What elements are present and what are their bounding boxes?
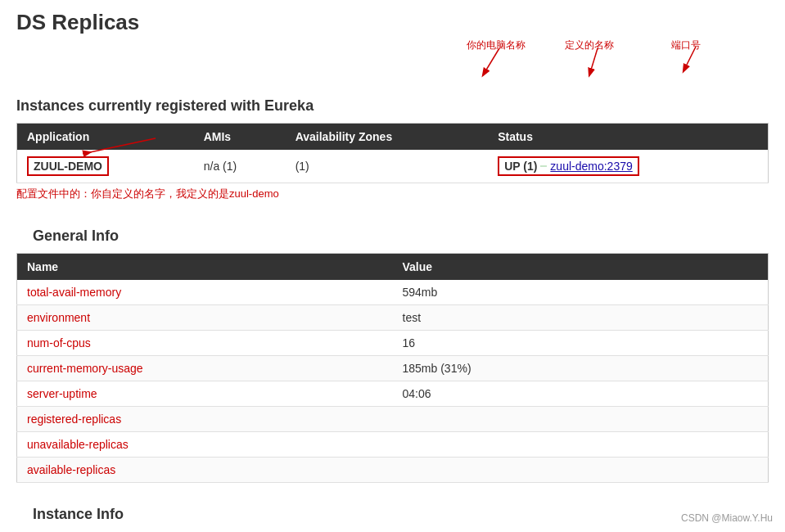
table-row: current-memory-usage185mb (31%) [17, 356, 769, 381]
annotation-arrows [16, 38, 753, 86]
application-cell: ZUUL-DEMO [17, 150, 194, 183]
info-value-cell: 594mb [393, 280, 769, 305]
general-info-header-row: Name Value [17, 254, 769, 281]
info-name-cell: registered-replicas [17, 407, 393, 432]
col-header-status: Status [488, 124, 768, 151]
instances-table-header-row: Application AMIs Availability Zones Stat… [17, 124, 769, 151]
sub-annotation: 配置文件中的：你自定义的名字，我定义的是zuul-demo [0, 183, 785, 208]
table-row: num-of-cpus16 [17, 331, 769, 356]
info-name-cell: num-of-cpus [17, 331, 393, 356]
status-box: UP (1) zuul-demo:2379 [498, 156, 639, 176]
table-row: unavailable-replicas [17, 432, 769, 458]
col-header-name: Name [17, 254, 393, 281]
table-row: ZUUL-DEMO n/a (1) (1) UP (1) zuul-demo:2… [17, 150, 769, 183]
info-name-cell: available-replicas [17, 458, 393, 483]
table-row: available-replicas [17, 458, 769, 483]
col-header-availability-zones: Availability Zones [286, 124, 489, 151]
info-name-cell: environment [17, 305, 393, 331]
col-header-application: Application [17, 124, 194, 151]
instance-info-title: Instance Info [16, 494, 769, 531]
amis-cell: n/a (1) [194, 150, 286, 183]
instance-link[interactable]: zuul-demo:2379 [550, 160, 632, 173]
general-info-title: General Info [16, 216, 769, 253]
general-info-table: Name Value total-avail-memory594mbenviro… [16, 253, 769, 483]
availability-zones-cell: (1) [286, 150, 489, 183]
status-cell: UP (1) zuul-demo:2379 [488, 150, 768, 183]
info-name-cell: unavailable-replicas [17, 432, 393, 458]
annotation-computer-name: 你的电脑名称 [467, 38, 526, 52]
info-name-cell: current-memory-usage [17, 356, 393, 381]
application-name: ZUUL-DEMO [27, 156, 109, 176]
info-value-cell: 04:06 [393, 381, 769, 407]
info-value-cell [393, 458, 769, 483]
col-header-amis: AMIs [194, 124, 286, 151]
annotation-defined-name: 定义的名称 [565, 38, 614, 52]
general-info-section: General Info Name Value total-avail-memo… [0, 216, 785, 483]
hostname-highlight [540, 165, 547, 167]
info-value-cell [393, 407, 769, 432]
instance-info-section: Instance Info [0, 483, 785, 532]
info-value-cell [393, 432, 769, 458]
status-up-text: UP (1) [504, 160, 537, 173]
instances-table: Application AMIs Availability Zones Stat… [16, 123, 769, 183]
table-row: registered-replicas [17, 407, 769, 432]
table-row: environmenttest [17, 305, 769, 331]
page-wrapper: DS Replicas 你的电脑名称 定义的名称 端口号 Inst [0, 0, 785, 532]
top-title: DS Replicas [0, 0, 785, 38]
info-value-cell: 185mb (31%) [393, 356, 769, 381]
info-value-cell: 16 [393, 331, 769, 356]
col-header-value: Value [393, 254, 769, 281]
info-name-cell: server-uptime [17, 381, 393, 407]
csdn-watermark: CSDN @Miaow.Y.Hu [681, 512, 773, 524]
info-name-cell: total-avail-memory [17, 280, 393, 305]
instances-section-title: Instances currently registered with Eure… [0, 86, 785, 123]
annotation-port-number: 端口号 [671, 38, 701, 52]
table-row: server-uptime04:06 [17, 381, 769, 407]
instances-section: 你的电脑名称 定义的名称 端口号 Instances currently reg… [0, 38, 785, 208]
instances-table-wrap: Application AMIs Availability Zones Stat… [0, 123, 785, 183]
table-row: total-avail-memory594mb [17, 280, 769, 305]
info-value-cell: test [393, 305, 769, 331]
